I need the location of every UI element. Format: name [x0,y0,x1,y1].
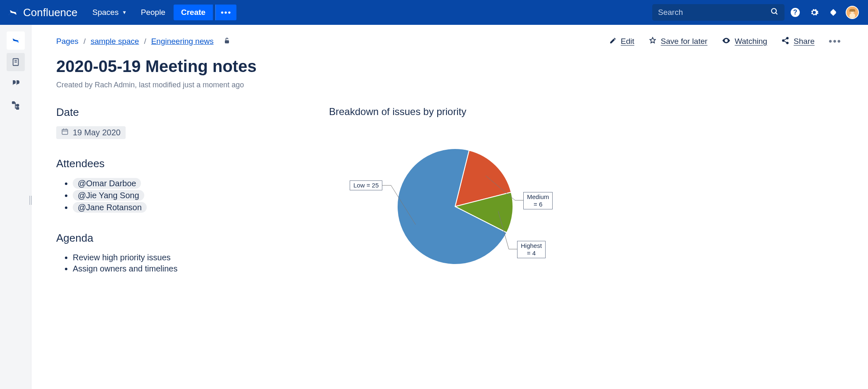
star-icon [649,36,657,47]
notifications-icon[interactable] [825,4,842,21]
user-mention[interactable]: @Omar Darboe [73,178,141,189]
create-button[interactable]: Create [174,5,213,20]
share-icon [781,36,789,47]
breadcrumb-space[interactable]: sample space [91,37,139,46]
date-chip: 19 May 2020 [56,126,126,139]
brand[interactable]: Confluence [7,6,78,19]
search-icon [770,7,779,17]
agenda-heading: Agenda [56,232,312,245]
breadcrumb: Pages / sample space / Engineering news [56,36,231,47]
pie-label-highest: Highest= 4 [517,241,546,258]
nav-spaces[interactable]: Spaces ▼ [87,5,133,19]
leader-line [486,176,523,200]
pie-label-medium: Medium= 6 [523,192,553,209]
calendar-icon [61,128,69,137]
save-label: Save for later [661,37,708,46]
svg-text:?: ? [793,9,797,16]
nav-people-label: People [141,8,165,17]
attendees-heading: Attendees [56,157,312,170]
edit-label: Edit [621,37,634,46]
page-byline: Created by Rach Admin, last modified jus… [56,81,842,89]
agenda-list: Review high priority issuesAssign owners… [56,252,312,274]
list-item: Review high priority issues [73,252,312,263]
page-title: 2020-05-19 Meeting notes [56,57,842,76]
svg-point-0 [772,9,777,14]
svg-rect-6 [849,13,855,18]
rail-resize-handle[interactable] [29,194,32,206]
search-input[interactable] [658,8,770,17]
create-more-button[interactable]: ••• [215,5,236,20]
eye-icon [722,36,731,47]
svg-rect-12 [16,108,19,110]
attendees-list: @Omar Darboe@Jie Yang Song@Jane Rotanson [56,178,312,214]
rail-tree-icon[interactable] [7,96,25,114]
svg-rect-22 [63,129,64,130]
share-button[interactable]: Share [781,36,815,47]
svg-rect-23 [66,129,67,130]
date-heading: Date [56,106,312,119]
svg-rect-11 [16,104,19,106]
list-item: @Jie Yang Song [73,190,312,202]
breadcrumb-section[interactable]: Engineering news [151,37,214,46]
settings-gear-icon[interactable] [806,4,823,21]
nav-spaces-label: Spaces [93,8,119,17]
pencil-icon [609,37,617,46]
leader-line [498,211,517,249]
left-rail [0,25,31,389]
page-actions: Edit Save for later Watching Share ••• [609,36,842,47]
svg-rect-20 [62,130,68,134]
avatar[interactable] [844,4,861,21]
help-icon[interactable]: ? [787,4,804,21]
more-actions-button[interactable]: ••• [829,36,842,47]
watching-label: Watching [735,37,768,46]
user-mention[interactable]: @Jie Yang Song [73,190,144,201]
brand-name: Confluence [23,6,78,19]
list-item: Assign owners and timelines [73,263,312,274]
confluence-logo-icon [7,7,19,18]
restrictions-unlocked-icon[interactable] [223,36,231,47]
pie-label-low: Low = 25 [350,180,382,190]
svg-line-19 [784,41,787,42]
leader-lines [341,134,548,283]
chart-title: Breakdown of issues by priority [329,106,585,118]
top-nav: Confluence Spaces ▼ People Create ••• ? [0,0,868,25]
svg-rect-10 [12,102,14,104]
rail-blog-icon[interactable] [7,74,25,93]
pie-chart: Medium= 6Highest= 4Low = 25 [341,134,548,283]
list-item: @Jane Rotanson [73,202,312,214]
rail-space-icon[interactable] [7,31,25,50]
nav-people[interactable]: People [135,5,171,19]
date-value: 19 May 2020 [73,128,121,137]
watching-button[interactable]: Watching [722,36,768,47]
edit-button[interactable]: Edit [609,37,634,46]
breadcrumb-sep: / [144,37,146,46]
main-content: Pages / sample space / Engineering news … [31,25,868,389]
search-box[interactable] [652,4,785,21]
breadcrumb-sep: / [83,37,86,46]
leader-line [379,185,416,225]
chevron-down-icon: ▼ [122,10,127,15]
breadcrumb-pages[interactable]: Pages [56,37,79,46]
svg-rect-13 [225,40,229,43]
svg-line-18 [784,38,787,40]
save-for-later-button[interactable]: Save for later [649,36,708,47]
list-item: @Omar Darboe [73,178,312,190]
avatar-icon [846,6,859,19]
share-label: Share [794,37,815,46]
rail-pages-icon[interactable] [7,53,25,71]
svg-point-14 [725,40,727,41]
svg-line-1 [776,13,777,14]
user-mention[interactable]: @Jane Rotanson [73,202,147,213]
